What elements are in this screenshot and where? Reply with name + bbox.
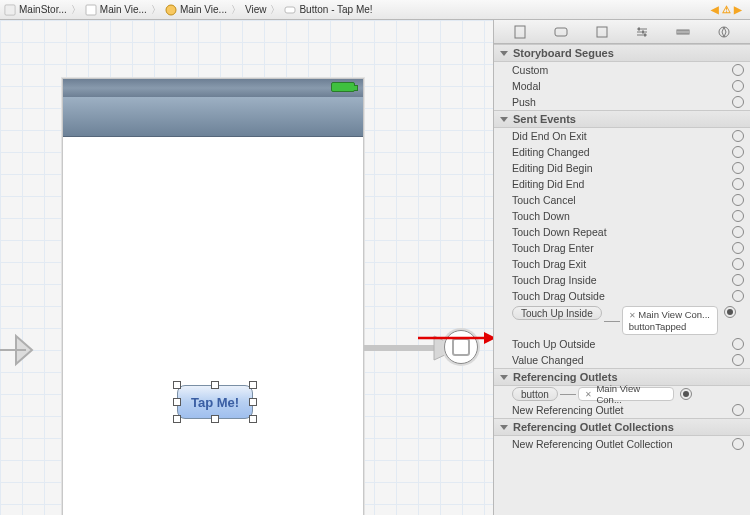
segue-row-push[interactable]: Push [494,94,750,110]
connection-well-icon[interactable] [732,274,744,286]
event-row-touch-up-inside[interactable]: Touch Up Inside ✕ Main View Con... butto… [494,304,750,336]
tab-identity-icon[interactable] [593,24,611,40]
connection-well-icon[interactable] [732,404,744,416]
segue-row-modal[interactable]: Modal [494,78,750,94]
connection-well-icon[interactable] [732,80,744,92]
row-label: Touch Up Outside [512,338,726,350]
section-referencing-outlet-collections[interactable]: Referencing Outlet Collections [494,418,750,436]
annotation-arrow [416,330,494,346]
connection-well-icon[interactable] [732,130,744,142]
connection-well-icon[interactable] [732,354,744,366]
connection-well-icon[interactable] [732,258,744,270]
section-sent-events[interactable]: Sent Events [494,110,750,128]
selection-handle[interactable] [249,381,257,389]
tab-file-icon[interactable] [511,24,529,40]
disclosure-triangle-icon[interactable] [500,51,508,56]
tab-quick-help-icon[interactable] [552,24,570,40]
event-row[interactable]: Touch Down [494,208,750,224]
breadcrumb-item-button[interactable]: Button - Tap Me! [284,4,372,16]
device-view[interactable]: Tap Me! [62,78,364,515]
delete-connection-icon[interactable]: ✕ [629,311,636,320]
connection-target[interactable]: ✕ Main View Con... buttonTapped [622,306,718,335]
view-controller-icon [165,4,177,16]
canvas[interactable]: Tap Me! [0,20,494,515]
breadcrumb: MainStor... 〉 Main Vie... 〉 Main Vie... … [0,0,750,20]
uibutton[interactable]: Tap Me! [177,385,253,419]
svg-rect-17 [644,33,646,36]
svg-point-24 [719,27,729,37]
scene-icon [85,4,97,16]
connection-well-icon[interactable] [724,306,736,318]
selection-handle[interactable] [173,398,181,406]
initial-view-segue-arrow[interactable] [0,330,46,370]
event-row[interactable]: Value Changed [494,352,750,368]
uibutton-selected[interactable]: Tap Me! [177,385,253,419]
breadcrumb-item-view[interactable]: View [245,4,267,15]
outlet-pill[interactable]: button [512,387,558,401]
warning-badge-icon[interactable]: ◀ ⚠ ▶ [711,4,742,15]
connection-well-icon[interactable] [732,338,744,350]
row-label: Did End On Exit [512,130,726,142]
selection-handle[interactable] [173,381,181,389]
disclosure-triangle-icon[interactable] [500,117,508,122]
connection-well-icon[interactable] [680,388,692,400]
outlet-row-button[interactable]: button ✕ Main View Con... [494,386,750,402]
delete-connection-icon[interactable]: ✕ [585,390,592,399]
outlet-coll-row-new[interactable]: New Referencing Outlet Collection [494,436,750,452]
row-label: Touch Drag Inside [512,274,726,286]
tab-connections-icon[interactable] [715,24,733,40]
svg-rect-15 [638,27,640,30]
event-row[interactable]: Touch Down Repeat [494,224,750,240]
selection-handle[interactable] [249,415,257,423]
event-row[interactable]: Touch Up Outside [494,336,750,352]
section-storyboard-segues[interactable]: Storyboard Segues [494,44,750,62]
breadcrumb-item-scene[interactable]: Main Vie... [85,4,147,16]
outlet-row-new[interactable]: New Referencing Outlet [494,402,750,418]
breadcrumb-item-controller[interactable]: Main Vie... [165,4,227,16]
battery-icon [331,82,355,92]
connection-well-icon[interactable] [732,210,744,222]
connection-well-icon[interactable] [732,146,744,158]
selection-handle[interactable] [249,398,257,406]
event-row[interactable]: Touch Drag Inside [494,272,750,288]
selection-handle[interactable] [211,381,219,389]
connection-target[interactable]: ✕ Main View Con... [578,387,674,401]
connection-well-icon[interactable] [732,290,744,302]
connection-well-icon[interactable] [732,162,744,174]
disclosure-triangle-icon[interactable] [500,425,508,430]
breadcrumb-item-file[interactable]: MainStor... [4,4,67,16]
event-row[interactable]: Touch Drag Outside [494,288,750,304]
row-label: Push [512,96,726,108]
event-pill[interactable]: Touch Up Inside [512,306,602,320]
event-row[interactable]: Touch Drag Exit [494,256,750,272]
disclosure-triangle-icon[interactable] [500,375,508,380]
connection-well-icon[interactable] [732,226,744,238]
breadcrumb-label: View [245,4,267,15]
row-label: Touch Down [512,210,726,222]
connection-well-icon[interactable] [732,64,744,76]
breadcrumb-sep-icon: 〉 [231,3,241,17]
event-row[interactable]: Touch Cancel [494,192,750,208]
connection-well-icon[interactable] [732,96,744,108]
connection-well-icon[interactable] [732,438,744,450]
event-row[interactable]: Editing Changed [494,144,750,160]
event-row[interactable]: Editing Did Begin [494,160,750,176]
inspector-panel: Storyboard Segues Custom Modal Push Sent… [494,20,750,515]
event-row[interactable]: Touch Drag Enter [494,240,750,256]
breadcrumb-label: Button - Tap Me! [299,4,372,15]
connection-well-icon[interactable] [732,242,744,254]
event-row[interactable]: Did End On Exit [494,128,750,144]
connection-well-icon[interactable] [732,194,744,206]
svg-rect-9 [515,26,525,38]
svg-rect-11 [597,27,607,37]
row-label: Editing Did Begin [512,162,726,174]
connection-link-icon [604,321,620,322]
connection-well-icon[interactable] [732,178,744,190]
tab-size-icon[interactable] [674,24,692,40]
event-row[interactable]: Editing Did End [494,176,750,192]
segue-row-custom[interactable]: Custom [494,62,750,78]
selection-handle[interactable] [211,415,219,423]
selection-handle[interactable] [173,415,181,423]
tab-attributes-icon[interactable] [633,24,651,40]
row-label: Modal [512,80,726,92]
